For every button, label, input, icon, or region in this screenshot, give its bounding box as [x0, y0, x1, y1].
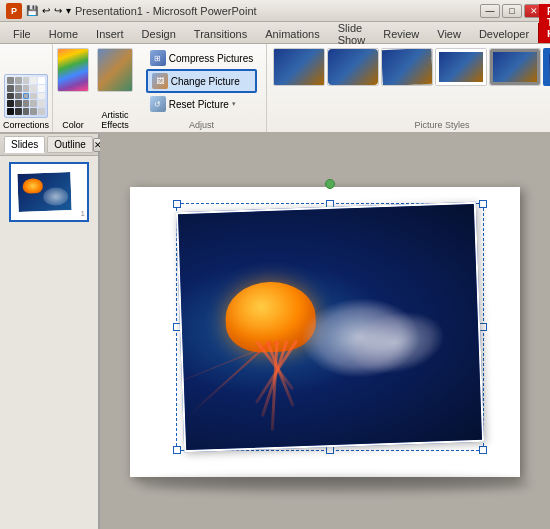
title-bar-left: P 💾 ↩ ↪ ▾ Presentation1 - Microsoft Powe…	[6, 3, 257, 19]
slide-thumbnail-1[interactable]: 1	[9, 162, 89, 222]
cc16	[7, 100, 14, 107]
adjust-buttons: ⊞ Compress Pictures 🖼 Change Picture ↺ R…	[146, 48, 257, 114]
artistic-effects-button[interactable]: Artistic Effects	[93, 44, 137, 132]
redo-icon[interactable]: ↪	[54, 5, 62, 16]
mini-cloud	[43, 187, 69, 206]
artistic-effects-label: Artistic Effects	[93, 110, 137, 130]
cc25	[38, 108, 45, 115]
corrections-icon	[4, 74, 48, 118]
quick-access-toolbar: 💾 ↩ ↪ ▾	[26, 5, 71, 16]
color-label: Color	[53, 120, 93, 130]
corrections-button[interactable]: Corrections	[0, 44, 53, 132]
color-button[interactable]: Color	[53, 44, 93, 132]
reset-icon: ↺	[150, 96, 166, 112]
picture-tools-header: Picture Tools	[539, 4, 550, 30]
cc12	[15, 93, 22, 100]
style-thumb-3[interactable]	[381, 48, 433, 86]
outline-tab[interactable]: Outline	[47, 136, 93, 153]
cc24	[30, 108, 37, 115]
tab-file[interactable]: File	[4, 23, 40, 43]
style-thumb-2[interactable]	[327, 48, 379, 86]
style-thumb-4[interactable]	[435, 48, 487, 86]
mini-slide-image	[16, 171, 72, 213]
style-6-preview	[545, 50, 550, 84]
cc20	[38, 100, 45, 107]
style-thumb-1[interactable]	[273, 48, 325, 86]
app-icon: P	[6, 3, 22, 19]
tab-insert[interactable]: Insert	[87, 23, 133, 43]
change-pic-icon: 🖼	[152, 73, 168, 89]
cc5	[38, 77, 45, 84]
undo-icon[interactable]: ↩	[42, 5, 50, 16]
handle-bot-right[interactable]	[479, 446, 487, 454]
cc18	[23, 100, 30, 107]
slide-canvas[interactable]	[130, 187, 520, 477]
slides-tab[interactable]: Slides	[4, 136, 45, 153]
save-icon[interactable]: 💾	[26, 5, 38, 16]
slide-shadow	[140, 477, 530, 492]
tentacle-long-2	[178, 340, 281, 390]
style-5-preview	[490, 49, 540, 85]
change-picture-button[interactable]: 🖼 Change Picture	[146, 69, 257, 93]
cc6	[7, 85, 14, 92]
handle-top-right[interactable]	[479, 200, 487, 208]
tab-review[interactable]: Review	[374, 23, 428, 43]
reset-label: Reset Picture	[169, 99, 229, 110]
cc2	[15, 77, 22, 84]
cc7	[15, 85, 22, 92]
cc21	[7, 108, 14, 115]
cc14	[30, 93, 37, 100]
canvas-area[interactable]	[100, 134, 550, 529]
outline-tabs: Slides Outline	[4, 136, 93, 153]
outline-content: 1	[0, 156, 98, 529]
ribbon: Corrections Color Artistic Effects ⊞ Com…	[0, 44, 550, 134]
compress-label: Compress Pictures	[169, 53, 253, 64]
reset-picture-button[interactable]: ↺ Reset Picture ▾	[146, 94, 257, 114]
artistic-effects-icon	[97, 48, 133, 92]
tab-format[interactable]: Picture Tools Format	[538, 23, 550, 43]
selected-image-frame[interactable]	[180, 207, 480, 447]
style-thumb-6[interactable]	[543, 48, 550, 86]
tab-home[interactable]: Home	[40, 23, 87, 43]
cc8	[23, 85, 30, 92]
adjust-group-label: Adjust	[137, 120, 266, 130]
cc22	[15, 108, 22, 115]
style-4-preview	[436, 49, 486, 85]
style-3-preview	[381, 48, 433, 86]
customize-icon[interactable]: ▾	[66, 5, 71, 16]
minimize-button[interactable]: —	[480, 4, 500, 18]
window-title: Presentation1 - Microsoft PowerPoint	[75, 5, 257, 17]
outline-header: Slides Outline ✕	[0, 134, 98, 156]
cc13	[23, 93, 30, 100]
handle-bot-left[interactable]	[173, 446, 181, 454]
tentacle-long-1	[189, 340, 272, 415]
picture-styles-label: Picture Styles	[267, 120, 550, 130]
compress-pictures-button[interactable]: ⊞ Compress Pictures	[146, 48, 257, 68]
cc15	[38, 93, 45, 100]
ribbon-tabs: File Home Insert Design Transitions Anim…	[0, 22, 550, 44]
cc10	[38, 85, 45, 92]
reset-dropdown[interactable]: ▾	[232, 100, 236, 108]
cc23	[23, 108, 30, 115]
style-2-preview	[328, 49, 378, 85]
tab-transitions[interactable]: Transitions	[185, 23, 256, 43]
cc1	[7, 77, 14, 84]
tab-view[interactable]: View	[428, 23, 470, 43]
picture-styles-group: ▲ ▼ ▾ Picture Styles	[267, 44, 550, 132]
outline-panel: Slides Outline ✕ 1	[0, 134, 100, 529]
handle-top-left[interactable]	[173, 200, 181, 208]
tab-slideshow[interactable]: Slide Show	[329, 23, 375, 43]
tab-animations[interactable]: Animations	[256, 23, 328, 43]
change-pic-label: Change Picture	[171, 76, 240, 87]
cc3	[23, 77, 30, 84]
tab-design[interactable]: Design	[133, 23, 185, 43]
tab-developer[interactable]: Developer	[470, 23, 538, 43]
compress-icon: ⊞	[150, 50, 166, 66]
style-thumb-5[interactable]	[489, 48, 541, 86]
picture-frame	[176, 201, 484, 451]
picture-styles-row: ▲ ▼ ▾	[273, 48, 550, 86]
color-icon	[57, 48, 89, 92]
rotate-handle[interactable]	[325, 179, 335, 189]
maximize-button[interactable]: □	[502, 4, 522, 18]
mini-jellyfish	[23, 178, 44, 194]
